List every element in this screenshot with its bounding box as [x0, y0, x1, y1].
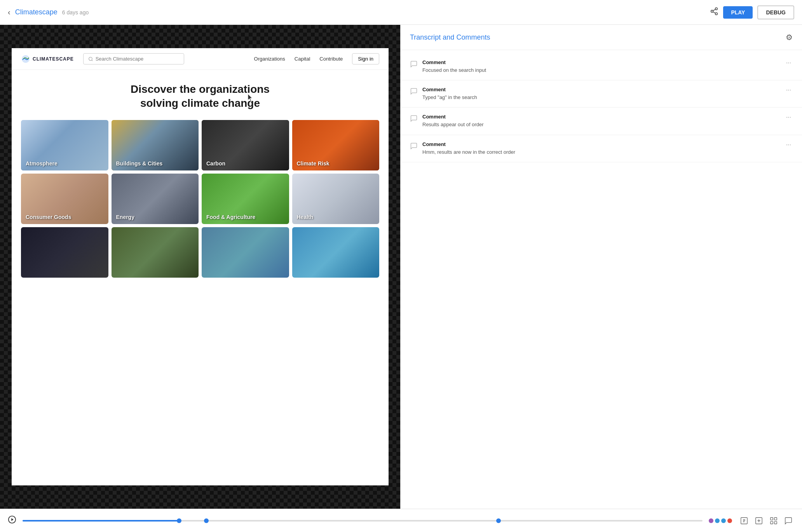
- category-label-consumer: Consumer Goods: [26, 214, 71, 220]
- main-layout: CLIMATESCAPE Organizations Capital Contr…: [0, 25, 802, 509]
- category-label-atmosphere: Atmosphere: [26, 160, 58, 167]
- timeline-markers: [709, 518, 732, 523]
- category-label-climate-risk: Climate Risk: [297, 160, 330, 167]
- comment-label-1: Comment: [422, 59, 780, 65]
- back-button[interactable]: ‹: [8, 8, 10, 17]
- category-label-health: Health: [297, 214, 314, 220]
- comment-item-3: Comment Results appear out of order ···: [401, 108, 802, 135]
- cs-logo: CLIMATESCAPE: [21, 54, 74, 64]
- debug-button[interactable]: DEBUG: [757, 5, 794, 19]
- svg-rect-11: [771, 517, 773, 520]
- category-card-row3-3[interactable]: [202, 227, 289, 278]
- top-bar: ‹ Climatescape 6 days ago PLAY DEBUG: [0, 0, 802, 25]
- comment-item-2: Comment Typed "ag" in the search ···: [401, 80, 802, 108]
- category-card-row3-1[interactable]: [21, 227, 108, 278]
- timeline-icon-3[interactable]: [768, 515, 779, 527]
- comment-body-1: Comment Focused on the search input: [422, 59, 780, 74]
- nav-organizations[interactable]: Organizations: [254, 56, 285, 62]
- timeline-dot-3: [496, 518, 501, 523]
- comment-more-3[interactable]: ···: [785, 114, 793, 121]
- category-label-food: Food & Agriculture: [206, 214, 255, 220]
- marker-blue: [715, 518, 720, 523]
- cs-nav: Organizations Capital Contribute Sign in: [254, 53, 379, 64]
- comment-item-1: Comment Focused on the search input ···: [401, 53, 802, 80]
- timeline-icon-4[interactable]: [783, 515, 794, 527]
- svg-marker-8: [11, 518, 14, 521]
- share-button[interactable]: [710, 7, 718, 17]
- top-bar-left: ‹ Climatescape 6 days ago: [8, 8, 89, 17]
- marker-purple: [709, 518, 713, 523]
- svg-rect-13: [771, 521, 773, 523]
- comment-icon-3: [410, 115, 418, 124]
- cs-header: CLIMATESCAPE Organizations Capital Contr…: [12, 48, 389, 70]
- svg-rect-12: [774, 517, 777, 520]
- comment-body-3: Comment Results appear out of order: [422, 114, 780, 128]
- category-card-atmosphere[interactable]: Atmosphere: [21, 120, 108, 170]
- comment-item-4: Comment Hmm, results are now in the corr…: [401, 135, 802, 162]
- timeline-icon-1[interactable]: [738, 515, 750, 527]
- svg-rect-14: [774, 521, 777, 523]
- svg-line-4: [713, 9, 715, 11]
- video-content: CLIMATESCAPE Organizations Capital Contr…: [12, 48, 389, 485]
- marker-blue-2: [721, 518, 726, 523]
- cs-logo-text: CLIMATESCAPE: [33, 56, 74, 62]
- category-card-buildings[interactable]: Buildings & Cities: [112, 120, 199, 170]
- nav-capital[interactable]: Capital: [295, 56, 310, 62]
- marker-red: [727, 518, 732, 523]
- category-card-row3-2[interactable]: [112, 227, 199, 278]
- hero-heading: Discover the organizations solving clima…: [12, 82, 389, 111]
- search-input[interactable]: [96, 56, 179, 62]
- timeline-play-button[interactable]: [8, 515, 16, 526]
- category-card-climate-risk[interactable]: Climate Risk: [292, 120, 380, 170]
- comment-icon-1: [410, 60, 418, 70]
- category-label-carbon: Carbon: [206, 160, 225, 167]
- comment-text-4: Hmm, results are now in the correct orde…: [422, 149, 780, 156]
- svg-point-1: [711, 10, 713, 12]
- comment-label-3: Comment: [422, 114, 780, 120]
- right-panel: Transcript and Comments ⚙ Comment Focuse…: [400, 25, 802, 509]
- comment-text-2: Typed "ag" in the search: [422, 94, 780, 101]
- comment-label-2: Comment: [422, 87, 780, 92]
- search-icon: [88, 56, 93, 62]
- comment-more-4[interactable]: ···: [785, 141, 793, 148]
- category-card-health[interactable]: Health: [292, 174, 380, 224]
- svg-point-0: [715, 8, 718, 10]
- bottom-bar: [0, 509, 802, 532]
- settings-button[interactable]: ⚙: [786, 33, 793, 42]
- comment-body-2: Comment Typed "ag" in the search: [422, 87, 780, 101]
- timeline-track[interactable]: [23, 520, 703, 522]
- svg-point-2: [715, 13, 718, 15]
- category-card-food[interactable]: Food & Agriculture: [202, 174, 289, 224]
- top-bar-right: PLAY DEBUG: [710, 5, 794, 19]
- timeline-dot-2: [204, 518, 209, 523]
- sign-in-button[interactable]: Sign in: [352, 53, 379, 64]
- comment-more-2[interactable]: ···: [785, 87, 793, 94]
- category-card-row3-4[interactable]: [292, 227, 380, 278]
- category-card-consumer[interactable]: Consumer Goods: [21, 174, 108, 224]
- svg-point-6: [89, 57, 92, 61]
- category-grid: Atmosphere Buildings & Cities Carbon Cli…: [12, 120, 389, 278]
- panel-title: Transcript and Comments: [410, 33, 490, 42]
- timeline-dot-1: [177, 518, 181, 523]
- comment-label-4: Comment: [422, 141, 780, 147]
- nav-contribute[interactable]: Contribute: [319, 56, 343, 62]
- comment-more-1[interactable]: ···: [785, 59, 793, 66]
- timeline-icon-group: [738, 515, 794, 527]
- timeline-icon-2[interactable]: [753, 515, 765, 527]
- cs-search-box[interactable]: [83, 53, 184, 64]
- app-time: 6 days ago: [62, 9, 89, 16]
- category-card-energy[interactable]: Energy: [112, 174, 199, 224]
- comments-list: Comment Focused on the search input ··· …: [401, 50, 802, 509]
- comment-icon-2: [410, 87, 418, 97]
- app-title[interactable]: Climatescape: [15, 8, 58, 16]
- comment-text-1: Focused on the search input: [422, 67, 780, 74]
- comment-icon-4: [410, 142, 418, 152]
- video-area: CLIMATESCAPE Organizations Capital Contr…: [0, 25, 400, 509]
- svg-line-3: [713, 12, 715, 13]
- play-button[interactable]: PLAY: [723, 6, 753, 19]
- comment-text-3: Results appear out of order: [422, 121, 780, 128]
- category-label-energy: Energy: [116, 214, 134, 220]
- comment-body-4: Comment Hmm, results are now in the corr…: [422, 141, 780, 156]
- category-card-carbon[interactable]: Carbon: [202, 120, 289, 170]
- timeline-progress: [23, 520, 179, 522]
